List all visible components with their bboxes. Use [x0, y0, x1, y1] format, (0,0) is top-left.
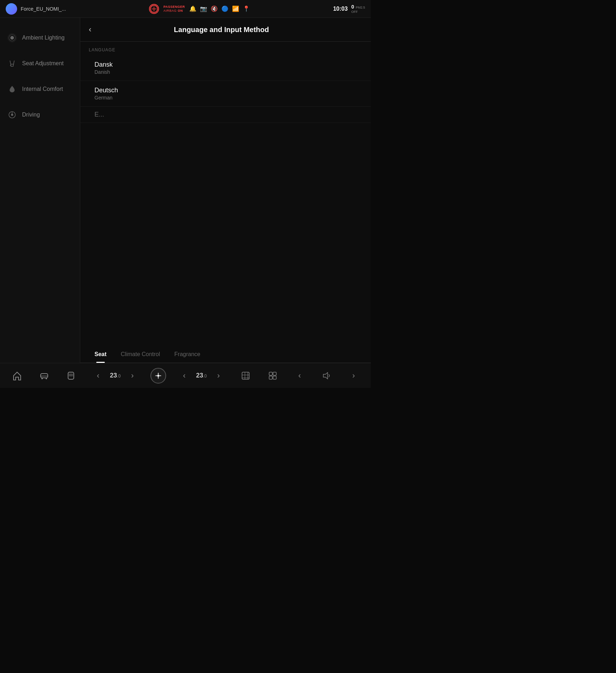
svg-point-34 [157, 375, 159, 377]
mute-icon: 🔇 [211, 5, 218, 12]
tab-seat[interactable]: Seat [87, 346, 114, 363]
pm-badge: 0 PM2.5OFF [351, 4, 365, 14]
svg-rect-41 [273, 372, 276, 375]
svg-rect-28 [41, 374, 48, 378]
temp-right-prev[interactable]: ‹ [175, 367, 193, 385]
main-layout: Ambient Lighting Seat Adjustment Interna… [0, 18, 371, 363]
sidebar-item-internal-comfort[interactable]: Internal Comfort [0, 76, 80, 102]
temp-left-value: 23.0 [110, 372, 120, 379]
fan-button[interactable] [150, 368, 166, 384]
heat-icon [241, 371, 250, 380]
temp-right-decimal: .0 [203, 374, 207, 379]
airbag-icon [149, 4, 159, 14]
content-area: ‹ Language and Input Method LANGUAGE Dan… [80, 18, 371, 363]
sidebar: Ambient Lighting Seat Adjustment Interna… [0, 18, 80, 363]
temp-right-num: 23 [196, 372, 203, 379]
fan-icon [154, 372, 162, 380]
back-button[interactable]: ‹ [89, 25, 91, 34]
language-title: Language and Input Method [97, 26, 346, 34]
lang-sub-deutsch: German [94, 95, 356, 101]
home-icon [12, 371, 22, 381]
sidebar-item-ambient-lighting[interactable]: Ambient Lighting [0, 25, 80, 51]
grid-icon [268, 371, 277, 380]
nav-heat-button[interactable] [237, 367, 255, 385]
language-item-partial: E... [80, 107, 371, 123]
svg-point-3 [10, 36, 14, 40]
status-center: PASSENGER AIRBAG ON 🔔 📷 🔇 🔵 📶 📍 [149, 4, 250, 14]
lang-name-deutsch: Deutsch [94, 87, 356, 94]
car-front-icon [39, 371, 49, 381]
nav-volume-button[interactable] [318, 367, 335, 385]
temp-left-num: 23 [110, 372, 117, 379]
nav-vol-next[interactable]: › [345, 367, 363, 385]
status-left: Force_EU_NOMI_... [6, 3, 66, 15]
tab-fragrance[interactable]: Fragrance [167, 346, 207, 363]
volume-icon [322, 371, 331, 380]
nav-home-button[interactable] [8, 367, 26, 385]
app-title: Force_EU_NOMI_... [21, 6, 66, 12]
seat-adjustment-label: Seat Adjustment [22, 60, 64, 67]
svg-point-8 [11, 114, 13, 116]
bottom-nav: ‹ 23.0 › ‹ 23.0 › [0, 363, 371, 388]
ambient-lighting-label: Ambient Lighting [22, 35, 65, 41]
car-top-icon [66, 371, 76, 381]
temp-right-next[interactable]: › [210, 367, 227, 385]
temp-left-next[interactable]: › [123, 367, 141, 385]
temp-left-prev[interactable]: ‹ [89, 367, 107, 385]
status-right: 10:03 0 PM2.5OFF [333, 4, 365, 14]
svg-rect-35 [242, 372, 249, 379]
alert-icon: 🔔 [189, 5, 196, 12]
status-time: 10:03 [333, 6, 348, 12]
lang-sub-dansk: Danish [94, 69, 356, 75]
svg-rect-40 [269, 372, 272, 375]
nav-car-front-button[interactable] [35, 367, 53, 385]
camera-icon: 📷 [200, 5, 207, 12]
svg-point-30 [46, 378, 47, 379]
language-header: ‹ Language and Input Method [80, 18, 371, 42]
temp-left-decimal: .0 [117, 374, 120, 379]
svg-rect-33 [69, 374, 73, 376]
status-icons: 🔔 📷 🔇 🔵 📶 📍 [189, 5, 250, 12]
svg-point-29 [41, 378, 43, 379]
ambient-lighting-icon [7, 33, 17, 43]
wifi-icon: 📶 [232, 5, 239, 12]
svg-rect-43 [273, 376, 276, 379]
nav-car-top-button[interactable] [62, 367, 80, 385]
language-section-label: LANGUAGE [80, 42, 371, 55]
location-icon: 📍 [243, 5, 250, 12]
nav-temp-left: ‹ 23.0 › [89, 367, 141, 385]
lang-name-dansk: Dansk [94, 61, 356, 68]
svg-rect-42 [269, 376, 272, 379]
status-bar: Force_EU_NOMI_... PASSENGER AIRBAG ON 🔔 … [0, 0, 371, 18]
language-panel: ‹ Language and Input Method LANGUAGE Dan… [80, 18, 371, 363]
language-item-deutsch[interactable]: Deutsch German [80, 81, 371, 107]
language-list: Dansk Danish Deutsch German E... [80, 55, 371, 346]
sidebar-item-seat-adjustment[interactable]: Seat Adjustment [0, 51, 80, 76]
nav-temp-right: ‹ 23.0 › [175, 367, 227, 385]
lang-partial: E... [94, 111, 356, 118]
internal-comfort-icon [7, 84, 17, 94]
tab-climate-control[interactable]: Climate Control [114, 346, 167, 363]
nav-grid-button[interactable] [264, 367, 282, 385]
nav-vol-prev[interactable]: ‹ [291, 367, 308, 385]
driving-icon [7, 110, 17, 120]
sidebar-item-driving[interactable]: Driving [0, 102, 80, 128]
avatar [6, 3, 17, 15]
internal-comfort-label: Internal Comfort [22, 86, 63, 92]
seat-tabs: Seat Climate Control Fragrance [80, 346, 371, 363]
language-item-dansk[interactable]: Dansk Danish [80, 55, 371, 81]
driving-label: Driving [22, 112, 40, 118]
svg-marker-44 [323, 373, 328, 379]
seat-adjustment-icon [7, 58, 17, 68]
airbag-text: PASSENGER AIRBAG ON [163, 5, 185, 13]
bluetooth-icon: 🔵 [221, 5, 229, 12]
temp-right-value: 23.0 [196, 372, 207, 379]
